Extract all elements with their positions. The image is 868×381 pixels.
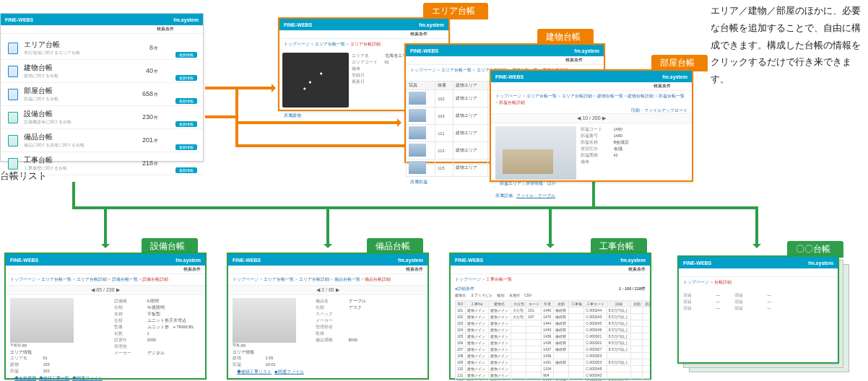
table-row[interactable]: 101建物メイン建物メイン大分類1011440修繕費C-0002448.5万円以…: [456, 307, 651, 314]
building-thumb: [409, 161, 426, 174]
building-thumb: [409, 109, 426, 122]
filter-label[interactable]: ●詳細条件: [455, 286, 474, 292]
ledger-badge[interactable]: 最新情報: [175, 98, 197, 104]
tool-icon[interactable]: [674, 84, 680, 89]
ledger-count: 218件: [142, 159, 158, 167]
ledger-list-body: エリア台帳 本社地域に関するエリア台帳 8件 最新情報 建物台帳 建物に関する台…: [1, 34, 203, 178]
ledger-desc: 建物に関する台帳: [24, 73, 58, 79]
rail-horizontal: [72, 206, 757, 209]
ledger-icon: [8, 112, 18, 123]
tool-icon[interactable]: [682, 84, 687, 89]
list-item[interactable]: 設備台帳 設備機器等に関する台帳 230件 最新情報: [1, 106, 203, 129]
ledger-list-window: FINE-WEBS fm.system 検索条件 エリア台帳 本社地域に関するエ…: [0, 13, 204, 162]
table-row[interactable]: 109建物メイン建物メイン1431修繕費C-0003038.5万円以上: [456, 359, 651, 366]
arrow-to-equipment: [104, 206, 107, 247]
brand-right: fm.system: [398, 258, 423, 263]
file-table-link[interactable]: ファイル・テーブル: [516, 193, 555, 198]
arrow-to-goods: [326, 206, 329, 247]
breadcrumb[interactable]: トップページ > 台帳詳細: [679, 277, 838, 288]
table-row[interactable]: 110建物メイン建物メイン1104C-000348: [456, 366, 651, 372]
ledger-icon: [8, 43, 18, 54]
room-detail-kv: 部屋コード 1480部屋番号 1480部屋名称 B会議室居室区分 会議部屋面積 …: [581, 126, 629, 188]
tool-icon[interactable]: [193, 27, 199, 32]
ledger-icon: [8, 89, 18, 100]
brand-label: FINE-WEBS: [10, 258, 38, 263]
ledger-badge[interactable]: 最新情報: [175, 75, 197, 81]
toolbar-links[interactable]: 印刷・ファイルアップロード: [491, 108, 692, 113]
table-row[interactable]: 104建物メイン建物メイン1443修繕費C-0002488.5万円以上: [456, 327, 651, 333]
arrow-vert: [235, 87, 238, 147]
building-thumb: [409, 126, 426, 139]
ledger-icon: [8, 135, 18, 146]
list-item[interactable]: 工事台帳 工事履歴に関する台帳 218件 最新情報: [1, 152, 203, 175]
brand-right: fm.system: [419, 22, 444, 27]
arrow-to-works: [549, 206, 552, 247]
table-row[interactable]: 112建物メイン建物メイン1444修繕費C-0003488.5万円以上: [456, 379, 651, 382]
arrow-to-other: [755, 206, 758, 247]
ledger-badge[interactable]: 最新情報: [175, 121, 197, 127]
room-window: FINE-WEBSfm.system 検索条件 トップページ > エリア台帳一覧…: [490, 69, 693, 182]
ledger-desc: 設備機器等に関する台帳: [24, 119, 71, 126]
pager[interactable]: 10 / 200: [491, 113, 692, 123]
table-row[interactable]: 111建物メイン建物メイン904C-000343: [456, 372, 651, 379]
ledger-name: 建物台帳: [24, 63, 58, 73]
tool-icon[interactable]: [177, 27, 183, 32]
goods-photo: [233, 298, 296, 343]
room-footer: 所属設備 ファイル・テーブル: [491, 190, 692, 201]
brand-label: FINE-WEBS: [495, 74, 524, 79]
brand-label: FINE-WEBS: [455, 258, 483, 263]
pager[interactable]: 85 / 230: [6, 285, 205, 295]
search-label: 検索条件: [565, 57, 583, 64]
ledger-desc: 備品に関する資産に関する台帳: [24, 142, 84, 149]
list-item[interactable]: 建物台帳 建物に関する台帳 40件 最新情報: [1, 60, 203, 83]
search-label: 検索条件: [157, 26, 174, 32]
rail-from-room: [72, 182, 75, 206]
works-table: NO工事No建物名大分類コード年度金額工事種工事コード詳細金額差異101建物メイ…: [455, 300, 650, 381]
ledger-badge[interactable]: 最新情報: [175, 144, 197, 150]
table-row[interactable]: 103建物メイン建物メイン1444修繕費C-0002458.5万円以上: [456, 320, 651, 327]
tool-icon[interactable]: [586, 58, 591, 64]
brand-right: fm.system: [620, 258, 646, 263]
filter-tags[interactable]: 建物名:3.アミダビル種別:未選択CSV: [451, 293, 650, 299]
equipment-window: FINE-WEBSfm.system 検索条件 トップページ > エリア台帳一覧…: [4, 253, 207, 380]
list-item[interactable]: エリア台帳 本社地域に関するエリア台帳 8件 最新情報: [1, 37, 203, 60]
tool-icon[interactable]: [185, 27, 191, 32]
arrow-to-area: [205, 87, 274, 89]
room-links[interactable]: 部屋エリア｜所管情報 ほか: [495, 180, 576, 188]
brand-right: fm.system: [662, 74, 687, 79]
photo-label: 写真.jpg: [233, 343, 311, 347]
ledger-badge[interactable]: 最新情報: [175, 167, 197, 173]
breadcrumb[interactable]: トップページ > エリア台帳一覧 > エリア台帳詳細 > 設備台帳一覧 > 設備…: [6, 274, 205, 285]
table-row[interactable]: 107建物メイン建物メイン1437修繕費C-0003078.5万円以上: [456, 346, 651, 353]
goods-window: FINE-WEBSfm.system 検索条件 トップページ > エリア台帳一覧…: [227, 253, 429, 380]
tool-icon[interactable]: [438, 32, 444, 38]
brand-label: FINE-WEBS: [284, 22, 312, 27]
tool-icon[interactable]: [430, 32, 436, 38]
list-item[interactable]: 備品台帳 備品に関する資産に関する台帳 201件 最新情報: [1, 129, 203, 152]
goods-section-kv: 建物 1 05部屋 10-01: [233, 355, 311, 368]
pager[interactable]: 2 / 80: [228, 285, 428, 295]
ledger-name: 備品台帳: [24, 132, 84, 142]
table-row[interactable]: 102建物メイン建物メイン大分類1971470修繕費C-0002438.5万円以…: [456, 314, 651, 320]
arrow-branch: [205, 115, 237, 118]
works-window: FINE-WEBSfm.system 検索条件 トップページ > 工事台帳一覧 …: [449, 253, 651, 380]
equip-section-title: エリア情報: [10, 350, 110, 355]
breadcrumb[interactable]: トップページ > エリア台帳一覧 > エリア台帳詳細 > 建物台帳一覧 > 建物…: [491, 91, 692, 108]
equip-links[interactable]: ◆点検履歴◆修繕工事一覧◆関連ファイル: [10, 375, 110, 381]
table-row[interactable]: 106建物メイン建物メイン1438修繕費C-0003028.5万円以上: [456, 340, 651, 346]
ledger-desc: 部屋に関する台帳: [24, 96, 58, 102]
tool-icon[interactable]: [594, 58, 599, 64]
photo-label: 平板型.jpg: [10, 343, 110, 347]
ledger-icon: [8, 158, 18, 170]
equip-section-kv: エリア名 01建物 155部屋 102: [10, 355, 110, 375]
ledger-badge[interactable]: 最新情報: [175, 52, 197, 58]
list-item[interactable]: 部屋台帳 部屋に関する台帳 658件 最新情報: [1, 83, 203, 106]
table-row[interactable]: 108建物メイン建物メイン1436C-000303: [456, 353, 651, 359]
other-col: 項目 —項目 —項目 —: [683, 292, 720, 312]
breadcrumb[interactable]: トップページ > 工事台帳一覧: [451, 274, 650, 285]
table-row[interactable]: 105建物メイン建物メイン1439修繕費C-0003018.5万円以上: [456, 333, 651, 340]
goods-links[interactable]: ◆修繕工事リスト◆関連ファイル: [233, 368, 311, 376]
breadcrumb[interactable]: トップページ > エリア台帳一覧 > エリア台帳詳細 > 備品台帳一覧 > 備品…: [228, 274, 428, 285]
goods-section-title: エリア情報: [233, 350, 311, 355]
search-label: 検索条件: [628, 266, 646, 273]
